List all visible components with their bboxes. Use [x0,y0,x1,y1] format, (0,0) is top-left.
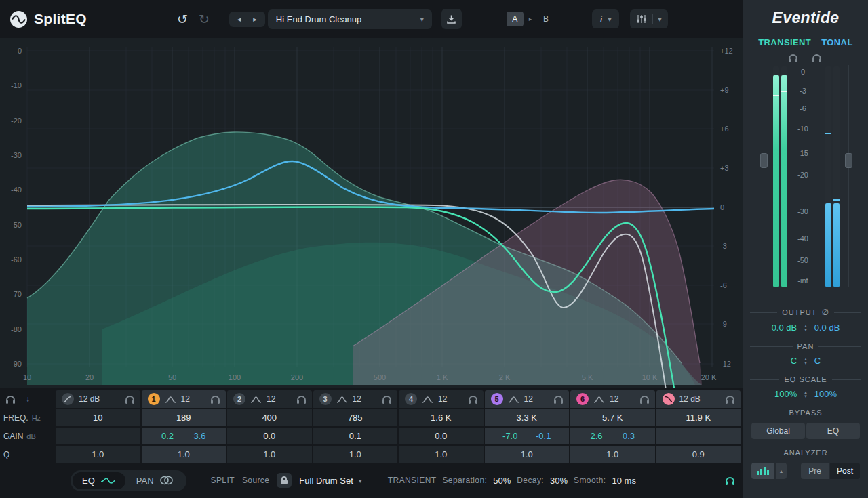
band-gain-field[interactable]: -7.0 -0.1 [485,428,570,444]
band-slope[interactable]: 12 [524,394,533,404]
analyzer-display-button[interactable] [751,463,774,479]
tab-transient[interactable]: TRANSIENT [758,37,811,47]
info-menu-button[interactable]: i ▾ [592,9,618,28]
band-q-field[interactable]: 1.0 [142,446,226,463]
transient-monitor-headphone-icon[interactable] [726,477,734,484]
eq-scale-transient-value[interactable]: 100% [774,389,797,399]
undo-button[interactable]: ↺ [174,12,191,27]
band-q-field[interactable]: 1.0 [570,446,655,463]
gain-tonal-value[interactable]: 3.6 [193,431,205,441]
band-column-5[interactable]: 5 12 3.3 K -7.0 -0.1 1.0 [485,390,570,463]
band-solo-headphone-icon[interactable] [125,396,134,402]
eq-scale-tonal-value[interactable]: 100% [814,389,837,399]
band-solo-headphone-icon[interactable] [469,396,477,402]
band-number-badge[interactable]: 5 [491,393,503,405]
redo-button[interactable]: ↻ [195,12,213,27]
band-column-4[interactable]: 4 12 1.6 K 0.0 1.0 [399,390,484,463]
preset-next-button[interactable]: ▸ [247,14,263,24]
ab-a-button[interactable]: A [507,12,524,26]
gain-tonal-value[interactable]: 0.3 [623,431,635,441]
band-freq-field[interactable]: 189 [142,409,226,426]
band-freq-field[interactable]: 11.9 K [656,409,741,426]
band-gain-field[interactable]: 0.1 [313,428,398,444]
band-slope[interactable]: 12 [438,394,447,404]
band-freq-field[interactable]: 400 [227,409,312,426]
band-column-3[interactable]: 3 12 785 0.1 1.0 [313,390,398,463]
preset-select[interactable]: Hi End Drum Cleanup ▾ [268,9,432,29]
band-header[interactable]: 5 12 [485,390,570,408]
band-column-lowcut[interactable]: 12 dB 10 1.0 [56,390,140,463]
stepper-icon[interactable]: ▴▾ [804,390,807,398]
gain-transient-value[interactable]: 0.2 [161,431,174,441]
band-column-1[interactable]: 1 12 189 0.2 3.6 1.0 [142,390,226,463]
bypass-global-button[interactable]: Global [751,423,805,439]
band-header[interactable]: 12 dB [656,390,741,408]
save-preset-button[interactable] [441,9,462,29]
bypass-eq-button[interactable]: EQ [806,423,860,439]
eq-view-button[interactable]: EQ [73,472,125,489]
tonal-solo-headphone-icon[interactable] [812,54,821,61]
eq-graph[interactable]: 0 -10 -20 -30 -40 -50 -60 -70 -80 -90 +1… [0,38,743,388]
band-slope[interactable]: 12 [610,394,618,404]
band-header[interactable]: 6 12 [570,390,655,408]
transient-solo-headphone-icon[interactable] [789,54,797,61]
stepper-icon[interactable]: ▴▾ [804,324,807,332]
stepper-icon[interactable]: ▴▾ [804,357,807,365]
band-gain-field[interactable]: 0.2 3.6 [142,428,226,444]
highcut-filter-badge[interactable] [663,393,675,405]
output-tonal-value[interactable]: 0.0 dB [814,323,840,333]
band-q-field[interactable]: 1.0 [313,446,398,463]
band-solo-headphone-icon[interactable] [554,396,563,402]
band-gain-field[interactable]: 0.0 [227,428,312,444]
tonal-level-slider[interactable] [845,153,852,168]
band-q-field[interactable]: 1.0 [227,446,312,463]
band-freq-field[interactable]: 785 [313,409,398,426]
band-q-field[interactable]: 1.0 [56,446,140,463]
band-gain-field[interactable]: 2.6 0.3 [570,428,655,444]
gain-transient-value[interactable]: 2.6 [590,431,602,441]
band-solo-headphone-icon[interactable] [297,396,306,402]
band-q-field[interactable]: 0.9 [656,446,741,463]
ab-b-button[interactable]: B [537,12,554,26]
smooth-value[interactable]: 10 ms [612,476,636,486]
band-freq-field[interactable]: 1.6 K [399,409,484,426]
preset-prev-button[interactable]: ◂ [231,14,248,24]
band-column-highcut[interactable]: 12 dB 11.9 K 0.9 [656,390,741,463]
settings-menu-button[interactable]: ▾ [630,9,668,28]
decay-value[interactable]: 30% [550,476,568,486]
band-number-badge[interactable]: 6 [576,393,589,405]
source-select[interactable]: Full Drum Set ▾ [299,476,362,486]
band-header[interactable]: 12 dB [56,390,140,408]
band-solo-headphone-icon[interactable] [382,396,391,402]
analyzer-options-button[interactable]: ▴ [776,463,787,479]
phase-invert-icon[interactable]: ∅ [821,308,829,317]
band-number-badge[interactable]: 4 [405,393,417,405]
band-solo-headphone-icon[interactable] [726,396,734,402]
band-slope[interactable]: 12 dB [679,394,701,404]
band-column-6[interactable]: 6 12 5.7 K 2.6 0.3 1.0 [570,390,655,463]
global-solo-headphone-icon[interactable] [6,396,15,402]
band-header[interactable]: 4 12 [399,390,484,408]
band-number-badge[interactable]: 3 [319,393,332,405]
analyzer-post-button[interactable]: Post [830,463,860,479]
band-number-badge[interactable]: 2 [233,393,245,405]
separation-value[interactable]: 50% [493,476,511,486]
band-freq-field[interactable]: 3.3 K [485,409,570,426]
output-transient-value[interactable]: 0.0 dB [772,323,797,333]
band-gain-field[interactable]: 0.0 [399,428,484,444]
transient-level-slider[interactable] [760,153,768,168]
band-solo-headphone-icon[interactable] [640,396,649,402]
collapse-strip-icon[interactable]: ↓ [26,394,30,404]
band-slope[interactable]: 12 [181,394,190,404]
band-freq-field[interactable]: 10 [56,409,140,426]
band-slope[interactable]: 12 dB [79,394,100,404]
lowcut-filter-badge[interactable] [62,393,74,405]
gain-tonal-value[interactable]: -0.1 [536,431,551,441]
band-q-field[interactable]: 1.0 [485,446,570,463]
analyzer-pre-button[interactable]: Pre [801,463,829,479]
band-number-badge[interactable]: 1 [148,393,160,405]
band-column-2[interactable]: 2 12 400 0.0 1.0 [227,390,312,463]
band-q-field[interactable]: 1.0 [399,446,484,463]
pan-transient-value[interactable]: C [791,356,797,366]
band-header[interactable]: 2 12 [227,390,312,408]
